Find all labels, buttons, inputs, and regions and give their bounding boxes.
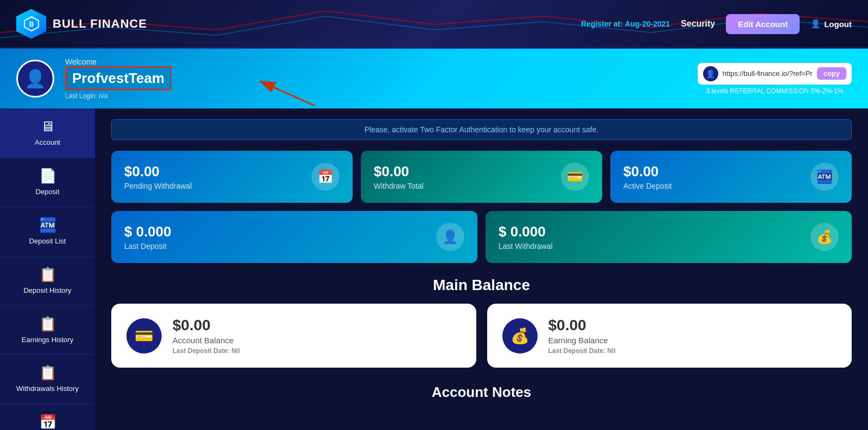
last-deposit-card: $ 0.000 Last Deposit 👤 xyxy=(111,211,477,263)
sidebar-label-withdrawals-history: Withdrawals History xyxy=(16,384,79,394)
sidebar-item-account[interactable]: 🖥 Account xyxy=(0,108,95,158)
active-deposit-icon: 🏧 xyxy=(810,163,839,191)
last-withdrawal-label: Last Withdrawal xyxy=(499,242,553,251)
last-login: Last Login: n/a xyxy=(65,92,171,100)
earning-balance-icon: 💰 xyxy=(502,318,538,354)
banner: 👤 Welcome ProfvestTeam Last Login: n/a 👤… xyxy=(0,49,868,108)
main-layout: 🖥 Account 📄 Deposit 🏧 Deposit List 📋 Dep… xyxy=(0,108,868,430)
sidebar-label-account: Account xyxy=(35,138,60,147)
last-withdrawal-amount: $ 0.000 xyxy=(499,223,553,240)
register-text: Register at: Aug-20-2021 xyxy=(581,20,670,28)
last-deposit-amount: $ 0.000 xyxy=(124,223,171,240)
clipboard-icon-deposit: 📋 xyxy=(39,266,56,283)
header-right: Register at: Aug-20-2021 Security Edit A… xyxy=(581,14,852,34)
welcome-label: Welcome xyxy=(65,57,171,66)
withdraw-total-icon: 💳 xyxy=(561,163,589,191)
earning-balance-date: Last Deposit Date: Nil xyxy=(548,347,616,355)
pending-withdrawal-icon: 📅 xyxy=(311,163,340,191)
account-balance-date: Last Deposit Date: Nil xyxy=(173,347,240,355)
earning-balance-label: Earning Balance xyxy=(548,336,616,345)
active-deposit-card: $0.00 Active Deposit 🏧 xyxy=(610,151,852,203)
referral-url: https://bull-finance.io/?ref=Pr xyxy=(723,69,813,78)
earning-balance-card: 💰 $0.00 Earning Balance Last Deposit Dat… xyxy=(487,304,852,368)
alert-bar: Please, activate Two Factor Authenticati… xyxy=(111,119,852,140)
account-notes-title: Account Notes xyxy=(111,384,852,401)
balance-cards: 💳 $0.00 Account Balance Last Deposit Dat… xyxy=(111,304,852,368)
logo-icon: B xyxy=(16,9,46,39)
pending-withdrawal-card: $0.00 Pending Withdrawal 📅 xyxy=(111,151,353,203)
pending-withdrawal-label: Pending Withdrawal xyxy=(124,182,192,190)
referral-note: 3 levels REFERRAL COMMISSION 5%-2%-1% xyxy=(698,87,852,95)
sidebar: 🖥 Account 📄 Deposit 🏧 Deposit List 📋 Dep… xyxy=(0,108,95,430)
last-withdrawal-info: $ 0.000 Last Withdrawal xyxy=(499,223,553,251)
last-deposit-icon: 👤 xyxy=(436,223,464,251)
account-balance-icon: 💳 xyxy=(126,318,162,354)
atm-icon: 🏧 xyxy=(39,217,56,234)
logo-area: B BULL FINANCE xyxy=(16,9,147,39)
sidebar-item-calendar[interactable]: 📅 xyxy=(0,404,95,430)
sidebar-item-deposit-list[interactable]: 🏧 Deposit List xyxy=(0,207,95,256)
last-deposit-label: Last Deposit xyxy=(124,242,171,251)
sidebar-label-deposit-history: Deposit History xyxy=(23,286,71,296)
sidebar-label-deposit-list: Deposit List xyxy=(29,237,66,246)
main-content: Please, activate Two Factor Authenticati… xyxy=(95,108,868,430)
sidebar-item-withdrawals-history[interactable]: 📋 Withdrawals History xyxy=(0,355,95,404)
user-icon: 👤 xyxy=(810,19,821,29)
sidebar-label-earnings-history: Earnings History xyxy=(22,336,73,345)
last-withdrawal-card: $ 0.000 Last Withdrawal 💰 xyxy=(486,211,852,263)
account-balance-amount: $0.00 xyxy=(173,317,240,334)
account-balance-info: $0.00 Account Balance Last Deposit Date:… xyxy=(173,317,240,355)
account-balance-card: 💳 $0.00 Account Balance Last Deposit Dat… xyxy=(111,304,476,368)
edit-account-button[interactable]: Edit Account xyxy=(726,14,800,34)
pending-withdrawal-info: $0.00 Pending Withdrawal xyxy=(124,163,192,190)
logout-button[interactable]: 👤 Logout xyxy=(810,19,852,29)
header: B BULL FINANCE Register at: Aug-20-2021 … xyxy=(0,0,868,49)
account-balance-label: Account Balance xyxy=(173,336,240,345)
main-balance-title: Main Balance xyxy=(111,277,852,294)
svg-text:B: B xyxy=(29,21,34,28)
referral-icon: 👤 xyxy=(703,66,718,81)
active-deposit-label: Active Deposit xyxy=(623,182,672,190)
withdraw-total-amount: $0.00 xyxy=(374,163,424,180)
monitor-icon: 🖥 xyxy=(41,118,55,135)
welcome-area: Welcome ProfvestTeam Last Login: n/a xyxy=(65,57,171,100)
clipboard-icon-withdrawals: 📋 xyxy=(39,364,56,381)
earning-balance-amount: $0.00 xyxy=(548,317,616,334)
earning-balance-info: $0.00 Earning Balance Last Deposit Date:… xyxy=(548,317,616,355)
calendar-icon: 📅 xyxy=(39,414,56,430)
sidebar-item-deposit[interactable]: 📄 Deposit xyxy=(0,158,95,207)
security-button[interactable]: Security xyxy=(681,19,715,29)
sidebar-label-deposit: Deposit xyxy=(35,188,59,197)
pending-withdrawal-amount: $0.00 xyxy=(124,163,192,180)
active-deposit-amount: $0.00 xyxy=(623,163,672,180)
logo-text: BULL FINANCE xyxy=(53,17,147,31)
withdraw-total-card: $0.00 Withdraw Total 💳 xyxy=(361,151,602,203)
active-deposit-info: $0.00 Active Deposit xyxy=(623,163,672,190)
sidebar-item-deposit-history[interactable]: 📋 Deposit History xyxy=(0,256,95,306)
username: ProfvestTeam xyxy=(65,66,171,91)
copy-button[interactable]: copy xyxy=(817,67,846,80)
withdraw-total-label: Withdraw Total xyxy=(374,182,424,190)
referral-input-row: 👤 https://bull-finance.io/?ref=Pr copy xyxy=(698,63,852,85)
stat-cards-bottom: $ 0.000 Last Deposit 👤 $ 0.000 Last With… xyxy=(111,211,852,263)
stat-cards-top: $0.00 Pending Withdrawal 📅 $0.00 Withdra… xyxy=(111,151,852,203)
sidebar-item-earnings-history[interactable]: 📋 Earnings History xyxy=(0,306,95,355)
last-deposit-info: $ 0.000 Last Deposit xyxy=(124,223,171,251)
referral-area: 👤 https://bull-finance.io/?ref=Pr copy 3… xyxy=(698,63,852,95)
svg-line-3 xyxy=(260,81,315,106)
avatar: 👤 xyxy=(16,60,54,98)
document-icon: 📄 xyxy=(39,168,56,184)
withdraw-total-info: $0.00 Withdraw Total xyxy=(374,163,424,190)
last-withdrawal-icon: 💰 xyxy=(810,223,839,251)
clipboard-icon-earnings: 📋 xyxy=(39,316,56,332)
